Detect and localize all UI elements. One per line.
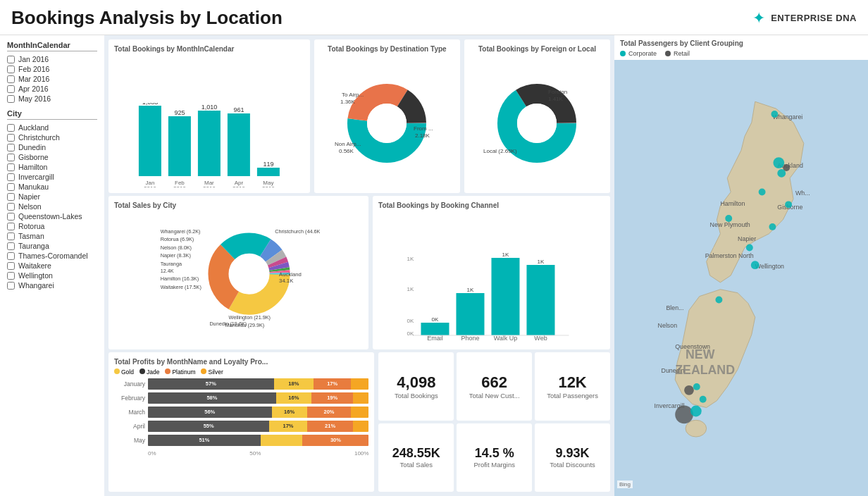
filter-christchurch[interactable]: Christchurch (7, 132, 97, 142)
kpi-new-customers: 662 Total New Cust... (457, 352, 532, 421)
dot-invercargill-corp (690, 406, 702, 417)
svg-text:2016: 2016 (173, 185, 186, 187)
svg-text:Blen...: Blen... (666, 304, 683, 311)
main-content: MonthInCalendar Jan 2016 Feb 2016 Mar 20… (0, 35, 868, 496)
filter-hamilton[interactable]: Hamilton (7, 162, 97, 172)
svg-text:0.56K: 0.56K (339, 148, 354, 154)
svg-text:Nelson (8.0K): Nelson (8.0K) (160, 244, 191, 251)
dot-wellington (751, 261, 760, 269)
seg-gold-feb: 58% (148, 392, 276, 404)
seg-jade-may (261, 435, 303, 446)
checkbox-mar2016[interactable] (7, 75, 15, 83)
checkbox-apr2016[interactable] (7, 85, 15, 93)
sales-by-city-chart: Total Sales by City Whangarei (6.2K) Rot… (108, 196, 368, 349)
profit-row-mar: March 56% 16% 20% (114, 407, 368, 418)
filter-napier[interactable]: Napier (7, 192, 97, 202)
filter-queenstown[interactable]: Queenstown-Lakes (7, 211, 97, 221)
filter-mar2016[interactable]: Mar 2016 (7, 74, 97, 84)
month-label-mar: March (114, 409, 145, 416)
checkbox-napier[interactable] (7, 193, 15, 201)
profit-row-apr: April 55% 17% 21% (114, 421, 368, 432)
seg-plat-mar: 20% (307, 407, 352, 418)
monthly-bar-svg: 1,083 925 1,010 961 119 Jan 2016 Feb 201… (114, 103, 304, 187)
seg-silver-mar (351, 407, 368, 418)
monthly-bookings-title: Total Bookings by MonthInCalendar (114, 45, 304, 53)
filter-rotorua[interactable]: Rotorua (7, 221, 97, 231)
bar-may (257, 168, 280, 176)
svg-text:2016: 2016 (262, 185, 275, 187)
filter-waitakere[interactable]: Waitakere (7, 261, 97, 271)
filter-tasman[interactable]: Tasman (7, 231, 97, 241)
checkbox-waitakere[interactable] (7, 262, 15, 270)
label-apr2016: Apr 2016 (18, 85, 49, 93)
filter-wellington[interactable]: Wellington (7, 271, 97, 280)
checkbox-tasman[interactable] (7, 232, 15, 240)
kpi-discounts: 9.93K Total Discounts (535, 423, 610, 492)
svg-rect-57 (616, 60, 866, 491)
svg-text:Waitakere (17.5K): Waitakere (17.5K) (160, 284, 201, 290)
bar-mar (198, 111, 221, 176)
filter-dunedin[interactable]: Dunedin (7, 142, 97, 152)
checkbox-christchurch[interactable] (7, 134, 15, 142)
profit-row-may: May 51% 30% (114, 435, 368, 446)
filter-nelson[interactable]: Nelson (7, 202, 97, 211)
checkbox-auckland[interactable] (7, 124, 15, 132)
profit-row-jan: January 57% 18% 17% (114, 378, 368, 390)
checkbox-tauranga[interactable] (7, 242, 15, 250)
filter-jan2016[interactable]: Jan 2016 (7, 54, 97, 64)
dashboard: Bookings Analysis by Location ✦ ENTERPRI… (0, 0, 868, 496)
filter-thames[interactable]: Thames-Coromandel (7, 251, 97, 261)
filter-may2016[interactable]: May 2016 (7, 94, 97, 104)
checkbox-nelson[interactable] (7, 203, 15, 211)
checkbox-whangarei[interactable] (7, 282, 15, 290)
svg-text:1K: 1K (467, 287, 474, 293)
dot-invercargill-retail (675, 406, 693, 424)
kpi-bookings-label: Total Bookings (395, 392, 438, 399)
checkbox-invercargill[interactable] (7, 173, 15, 181)
dot-queenstown (684, 385, 694, 395)
checkbox-feb2016[interactable] (7, 66, 15, 73)
kpi-row-top: 4,098 Total Bookings 662 Total New Cust.… (378, 352, 610, 421)
dot-napier (769, 223, 776, 230)
loyalty-bar-feb: 58% 16% 19% (148, 392, 368, 404)
filter-invercargill[interactable]: Invercargill (7, 172, 97, 182)
filter-tauranga[interactable]: Tauranga (7, 241, 97, 251)
checkbox-gisborne[interactable] (7, 154, 15, 161)
x-axis: 0% 50% 100% (114, 450, 368, 457)
checkbox-hamilton[interactable] (7, 163, 15, 171)
checkbox-manukau[interactable] (7, 183, 15, 191)
kpi-passengers-value: 12K (558, 373, 586, 392)
logo-area: ✦ ENTERPRISE DNA (752, 9, 857, 27)
city-filter-title: City (7, 109, 97, 120)
svg-text:Non Airp...: Non Airp... (335, 141, 361, 147)
bar-email (421, 323, 450, 335)
filter-auckland[interactable]: Auckland (7, 123, 97, 132)
filter-gisborne[interactable]: Gisborne (7, 152, 97, 162)
filter-whangarei[interactable]: Whangarei (7, 280, 97, 290)
seg-jade-mar: 16% (272, 407, 307, 418)
filter-manukau[interactable]: Manukau (7, 182, 97, 192)
month-label-apr: April (114, 423, 145, 430)
filter-feb2016[interactable]: Feb 2016 (7, 64, 97, 74)
filter-apr2016[interactable]: Apr 2016 (7, 84, 97, 94)
checkbox-queenstown[interactable] (7, 213, 15, 221)
label-feb2016: Feb 2016 (18, 65, 49, 73)
header: Bookings Analysis by Location ✦ ENTERPRI… (0, 0, 868, 35)
svg-text:ZEALAND: ZEALAND (675, 363, 735, 377)
svg-text:2.18K: 2.18K (415, 132, 430, 139)
checkbox-thames[interactable] (7, 252, 15, 260)
checkbox-jan2016[interactable] (7, 56, 15, 63)
seg-plat-feb: 19% (311, 392, 354, 404)
checkbox-rotorua[interactable] (7, 223, 15, 230)
middle-charts-row: Total Sales by City Whangarei (6.2K) Rot… (108, 196, 610, 349)
month-filter-title: MonthInCalendar (7, 41, 97, 51)
checkbox-wellington[interactable] (7, 272, 15, 280)
svg-text:Napier: Napier (738, 235, 756, 242)
checkbox-dunedin[interactable] (7, 144, 15, 151)
sidebar: MonthInCalendar Jan 2016 Feb 2016 Mar 20… (0, 35, 104, 496)
map-title: Total Passengers by Client Grouping (614, 35, 868, 49)
center-panels: Total Bookings by MonthInCalendar 1,083 … (104, 35, 614, 496)
svg-text:2016: 2016 (144, 185, 156, 187)
kpi-discounts-label: Total Discounts (550, 461, 595, 469)
checkbox-may2016[interactable] (7, 95, 15, 103)
